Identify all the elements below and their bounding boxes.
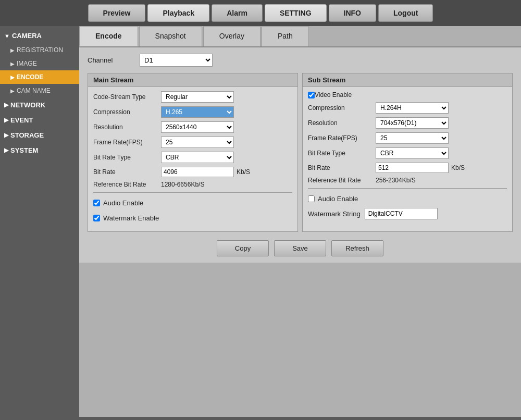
event-arrow-icon: ▶ bbox=[4, 117, 8, 123]
main-compression-label: Compression bbox=[93, 108, 161, 116]
tab-path[interactable]: Path bbox=[262, 26, 309, 46]
main-stream-panel: Main Stream Code-Stream Type Regular Mot… bbox=[88, 73, 298, 232]
main-compression-select[interactable]: H.264 H.265 H.264H H.264+ H.265+ bbox=[161, 106, 234, 118]
save-button[interactable]: Save bbox=[274, 240, 326, 256]
system-arrow-icon: ▶ bbox=[4, 147, 8, 154]
tab-snapshot[interactable]: Snapshot bbox=[139, 26, 202, 46]
sub-video-checkbox[interactable] bbox=[308, 92, 315, 98]
sub-framerate-select[interactable]: 25 20 15 bbox=[376, 132, 449, 144]
sub-video-enable-row: Video Enable bbox=[308, 91, 507, 98]
sidebar-item-camera[interactable]: ▼ CAMERA bbox=[0, 28, 79, 43]
tab-encode[interactable]: Encode bbox=[79, 26, 138, 46]
sidebar-event-label: EVENT bbox=[10, 116, 33, 124]
sub-stream-header: Sub Stream bbox=[303, 73, 512, 87]
sub-refbitrate-row: Reference Bit Rate 256-2304Kb/S bbox=[308, 177, 507, 184]
main-framerate-label: Frame Rate(FPS) bbox=[93, 139, 161, 146]
nav-logout-button[interactable]: Logout bbox=[378, 4, 433, 22]
tab-overlay[interactable]: Overlay bbox=[203, 26, 260, 46]
sub-audio-checkbox[interactable] bbox=[308, 195, 315, 202]
sub-resolution-select[interactable]: 704x576(D1) 352x288(CIF) bbox=[376, 117, 449, 129]
main-stream-title: Main Stream bbox=[93, 76, 133, 84]
sub-refbitrate-value: 256-2304Kb/S bbox=[376, 177, 416, 184]
main-audio-row: Audio Enable bbox=[93, 197, 292, 209]
nav-alarm-button[interactable]: Alarm bbox=[212, 4, 263, 22]
sub-bitrate-row: Bit Rate Kb/S bbox=[308, 163, 507, 173]
sidebar-item-cam-name[interactable]: ▶ CAM NAME bbox=[0, 84, 79, 97]
sub-watermark-row: Watermark String bbox=[308, 208, 507, 219]
sub-watermark-string-label: Watermark String bbox=[308, 210, 361, 218]
channel-row: Channel D1 D2 D3 D4 bbox=[88, 54, 513, 67]
main-framerate-select[interactable]: 25 20 15 bbox=[161, 137, 234, 148]
sidebar-image-label: IMAGE bbox=[17, 60, 37, 67]
buttons-row: Copy Save Refresh bbox=[88, 240, 513, 256]
main-bitrate-type-label: Bit Rate Type bbox=[93, 154, 161, 161]
code-stream-label: Code-Stream Type bbox=[93, 93, 161, 101]
nav-info-button[interactable]: INFO bbox=[329, 4, 376, 22]
main-bitrate-type-select[interactable]: CBR VBR bbox=[161, 152, 234, 163]
sidebar-item-system[interactable]: ▶ SYSTEM bbox=[0, 143, 79, 158]
top-nav: Preview Playback Alarm SETTING INFO Logo… bbox=[0, 0, 521, 26]
watermark-string-input[interactable] bbox=[365, 208, 438, 219]
main-watermark-row: Watermark Enable bbox=[93, 212, 292, 224]
main-refbitrate-row: Reference Bit Rate 1280-6656Kb/S bbox=[93, 181, 292, 188]
sub-bitrate-label: Bit Rate bbox=[308, 164, 376, 171]
main-resolution-label: Resolution bbox=[93, 123, 161, 131]
sub-bitrate-input[interactable] bbox=[376, 163, 449, 173]
sub-resolution-label: Resolution bbox=[308, 119, 376, 127]
sidebar-camera-label: CAMERA bbox=[12, 32, 42, 40]
sub-audio-label: Audio Enable bbox=[318, 195, 358, 203]
sub-stream-panel: Sub Stream Video Enable Compression H bbox=[302, 73, 513, 232]
main-bitrate-row: Bit Rate Kb/S bbox=[93, 167, 292, 177]
sub-compression-row: Compression H.264 H.264H H.265 bbox=[308, 102, 507, 114]
main-watermark-checkbox[interactable] bbox=[93, 215, 100, 221]
sidebar-camname-label: CAM NAME bbox=[17, 87, 51, 94]
code-stream-select[interactable]: Regular Motion bbox=[161, 91, 234, 103]
main-compression-row: Compression H.264 H.265 H.264H H.264+ H.… bbox=[93, 106, 292, 118]
sub-stream-title: Sub Stream bbox=[308, 76, 345, 84]
encode-arrow-icon: ▶ bbox=[10, 75, 15, 80]
main-resolution-row: Resolution 2560x1440 1920x1080 1280x720 bbox=[93, 121, 292, 133]
sub-bitrate-type-row: Bit Rate Type CBR VBR bbox=[308, 147, 507, 159]
sub-bitrate-unit: Kb/S bbox=[451, 164, 465, 171]
main-resolution-select[interactable]: 2560x1440 1920x1080 1280x720 bbox=[161, 121, 234, 133]
copy-button[interactable]: Copy bbox=[217, 240, 269, 256]
main-audio-checkbox[interactable] bbox=[93, 200, 100, 206]
image-arrow-icon: ▶ bbox=[10, 61, 15, 67]
sub-refbitrate-label: Reference Bit Rate bbox=[308, 177, 376, 184]
sub-tabs: Encode Snapshot Overlay Path bbox=[79, 26, 521, 47]
sub-video-label: Video Enable bbox=[315, 91, 352, 98]
main-bitrate-unit: Kb/S bbox=[237, 168, 250, 176]
sidebar-item-storage[interactable]: ▶ STORAGE bbox=[0, 128, 79, 143]
sub-resolution-row: Resolution 704x576(D1) 352x288(CIF) bbox=[308, 117, 507, 129]
network-arrow-icon: ▶ bbox=[4, 102, 8, 108]
sidebar-item-encode[interactable]: ▶ ENCODE bbox=[0, 70, 79, 84]
streams-container: Main Stream Code-Stream Type Regular Mot… bbox=[88, 73, 513, 232]
code-stream-type-row: Code-Stream Type Regular Motion bbox=[93, 91, 292, 103]
sidebar-item-network[interactable]: ▶ NETWORK bbox=[0, 97, 79, 113]
main-bitrate-input[interactable] bbox=[161, 167, 234, 177]
main-stream-body: Code-Stream Type Regular Motion Compress… bbox=[88, 87, 297, 231]
sidebar-item-image[interactable]: ▶ IMAGE bbox=[0, 57, 79, 70]
main-framerate-row: Frame Rate(FPS) 25 20 15 bbox=[93, 137, 292, 148]
channel-label: Channel bbox=[88, 56, 140, 64]
sub-audio-row: Audio Enable bbox=[308, 193, 507, 205]
sub-bitrate-type-select[interactable]: CBR VBR bbox=[376, 147, 449, 159]
sidebar-item-event[interactable]: ▶ EVENT bbox=[0, 113, 79, 128]
sub-framerate-row: Frame Rate(FPS) 25 20 15 bbox=[308, 132, 507, 144]
sidebar-network-label: NETWORK bbox=[10, 101, 45, 109]
main-refbitrate-value: 1280-6656Kb/S bbox=[161, 181, 204, 188]
nav-playback-button[interactable]: Playback bbox=[147, 4, 209, 22]
sub-compression-select[interactable]: H.264 H.264H H.265 bbox=[376, 102, 449, 114]
nav-setting-button[interactable]: SETTING bbox=[265, 4, 327, 22]
nav-preview-button[interactable]: Preview bbox=[88, 4, 146, 22]
sidebar-encode-label: ENCODE bbox=[17, 73, 43, 81]
channel-select[interactable]: D1 D2 D3 D4 bbox=[140, 54, 213, 67]
main-layout: ▼ CAMERA ▶ REGISTRATION ▶ IMAGE ▶ ENCODE… bbox=[0, 26, 521, 417]
reg-arrow-icon: ▶ bbox=[10, 47, 15, 53]
sidebar-system-label: SYSTEM bbox=[10, 146, 38, 154]
sidebar-item-registration[interactable]: ▶ REGISTRATION bbox=[0, 43, 79, 57]
camera-arrow-icon: ▼ bbox=[4, 33, 10, 39]
content-area: Encode Snapshot Overlay Path Channel D1 … bbox=[79, 26, 521, 417]
refresh-button[interactable]: Refresh bbox=[331, 240, 383, 256]
encode-panel: Channel D1 D2 D3 D4 Main Stream bbox=[79, 47, 521, 263]
